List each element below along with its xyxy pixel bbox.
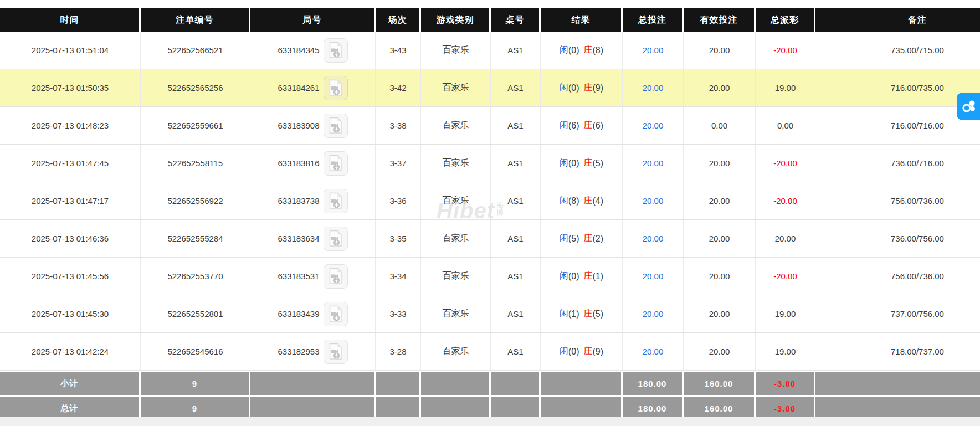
cell-bet-id: 522652556922 xyxy=(141,182,250,219)
header-round-id: 局号 xyxy=(250,8,376,32)
cell-table-no: AS1 xyxy=(491,295,541,332)
floating-video-panel-button[interactable] xyxy=(957,93,980,120)
cell-remark: 716.00/716.00 xyxy=(815,107,980,144)
video-replay-button[interactable] xyxy=(324,302,348,326)
cell-total-bet: 20.00 xyxy=(623,69,684,106)
cell-game-type: 百家乐 xyxy=(421,107,491,144)
cell-game-type: 百家乐 xyxy=(421,220,491,257)
cell-game-type: 百家乐 xyxy=(421,333,491,370)
cell-valid-bet: 20.00 xyxy=(684,258,756,295)
film-file-icon xyxy=(328,117,343,134)
banker-result-label: 庄 xyxy=(584,233,593,244)
table-summary: 小计 9 180.00 160.00 -3.00 总计 9 180.00 160… xyxy=(0,372,980,420)
cell-valid-bet: 20.00 xyxy=(684,295,756,332)
cell-result: 闲(8)庄(4) xyxy=(541,182,623,219)
cell-total-payout: 19.00 xyxy=(756,295,815,332)
banker-score: (6) xyxy=(593,121,604,131)
cell-result: 闲(1)庄(5) xyxy=(541,295,623,332)
banker-score: (5) xyxy=(593,158,604,168)
video-replay-button[interactable] xyxy=(324,114,348,138)
cell-table-no: AS1 xyxy=(491,182,541,219)
banker-result-label: 庄 xyxy=(584,270,593,282)
cell-bet-id: 522652545616 xyxy=(141,333,250,370)
player-score: (6) xyxy=(568,121,579,131)
video-replay-button[interactable] xyxy=(324,340,348,364)
player-result-label: 闲 xyxy=(560,82,568,94)
header-bet-id: 注单编号 xyxy=(141,8,250,32)
player-result-label: 闲 xyxy=(560,346,568,357)
cell-table-no: AS1 xyxy=(491,258,541,295)
cell-result: 闲(5)庄(2) xyxy=(541,220,623,257)
banker-result-label: 庄 xyxy=(584,308,593,320)
cell-session: 3-42 xyxy=(376,69,421,106)
round-id-text: 633183439 xyxy=(278,309,319,319)
cell-session: 3-35 xyxy=(376,220,421,257)
video-replay-button[interactable] xyxy=(324,151,348,176)
cell-result: 闲(0)庄(1) xyxy=(541,258,623,295)
cell-total-bet: 20.00 xyxy=(623,107,684,144)
cell-table-no: AS1 xyxy=(491,69,541,106)
cell-total-bet: 20.00 xyxy=(623,32,684,69)
cell-time: 2025-07-13 01:50:35 xyxy=(0,69,141,106)
video-replay-button[interactable] xyxy=(324,189,348,213)
round-id-text: 633184261 xyxy=(278,83,319,93)
cell-result: 闲(0)庄(9) xyxy=(541,69,623,106)
header-time: 时间 xyxy=(0,8,141,32)
video-replay-button[interactable] xyxy=(324,264,348,289)
cell-session: 3-34 xyxy=(376,258,421,295)
round-id-text: 633183816 xyxy=(278,158,319,168)
video-replay-button[interactable] xyxy=(324,76,348,100)
cell-session: 3-38 xyxy=(376,107,421,144)
player-score: (0) xyxy=(568,271,579,281)
cell-time: 2025-07-13 01:46:36 xyxy=(0,220,141,257)
header-table-no: 桌号 xyxy=(491,8,541,32)
cell-game-type: 百家乐 xyxy=(421,145,491,182)
table-row: 2025-07-13 01:47:45 522652558115 6331838… xyxy=(0,145,980,182)
cell-total-payout: -20.00 xyxy=(756,32,815,69)
cell-table-no: AS1 xyxy=(491,220,541,257)
video-replay-button[interactable] xyxy=(324,227,348,251)
cell-total-payout: 20.00 xyxy=(756,220,815,257)
cell-total-payout: -20.00 xyxy=(756,145,815,182)
summary-total-payout: -3.00 xyxy=(756,372,815,395)
cell-table-no: AS1 xyxy=(491,145,541,182)
player-score: (1) xyxy=(568,309,579,319)
cell-game-type: 百家乐 xyxy=(421,182,491,219)
summary-empty-cell xyxy=(250,372,376,395)
cell-valid-bet: 20.00 xyxy=(684,145,756,182)
banker-score: (5) xyxy=(593,309,604,319)
cell-time: 2025-07-13 01:48:23 xyxy=(0,107,141,144)
film-file-icon xyxy=(328,268,343,285)
cell-bet-id: 522652566521 xyxy=(141,32,250,69)
banker-score: (2) xyxy=(593,234,604,244)
cell-round-id: 633183634 xyxy=(250,220,376,257)
cell-remark: 756.00/736.00 xyxy=(815,182,980,219)
cell-valid-bet: 20.00 xyxy=(684,333,756,370)
cell-time: 2025-07-13 01:42:24 xyxy=(0,333,141,370)
bet-records-table: 时间 注单编号 局号 场次 游戏类别 桌号 结果 总投注 有效投注 总派彩 备注… xyxy=(0,8,980,420)
cell-session: 3-43 xyxy=(376,32,421,69)
summary-empty-cell xyxy=(421,372,491,395)
header-valid-bet: 有效投注 xyxy=(684,8,756,32)
player-result-label: 闲 xyxy=(560,157,568,169)
bottom-strip xyxy=(0,417,980,426)
cell-bet-id: 522652565256 xyxy=(141,69,250,106)
table-row: 2025-07-13 01:48:23 522652559661 6331839… xyxy=(0,107,980,145)
round-id-text: 633184345 xyxy=(278,45,319,55)
cell-valid-bet: 0.00 xyxy=(684,107,756,144)
cell-bet-id: 522652552801 xyxy=(141,295,250,332)
cell-game-type: 百家乐 xyxy=(421,295,491,332)
cell-total-bet: 20.00 xyxy=(623,145,684,182)
table-header-row: 时间 注单编号 局号 场次 游戏类别 桌号 结果 总投注 有效投注 总派彩 备注 xyxy=(0,8,980,32)
round-id-text: 633183908 xyxy=(278,121,319,130)
film-file-icon xyxy=(328,343,343,360)
table-row: 2025-07-13 01:51:04 522652566521 6331843… xyxy=(0,32,980,69)
film-file-icon xyxy=(328,42,343,59)
table-row: 2025-07-13 01:47:17 522652556922 6331837… xyxy=(0,182,980,220)
video-replay-button[interactable] xyxy=(324,38,348,63)
cell-bet-id: 522652558115 xyxy=(141,145,250,182)
header-game-type: 游戏类别 xyxy=(421,8,491,32)
cell-total-payout: -20.00 xyxy=(756,258,815,295)
film-file-icon xyxy=(328,305,343,322)
round-id-text: 633183634 xyxy=(278,234,319,243)
